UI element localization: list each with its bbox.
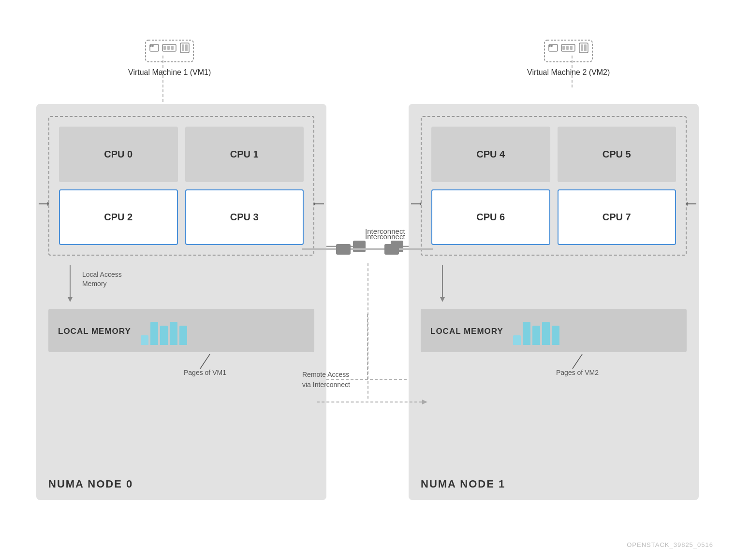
numa1-node-label: NUMA NODE 1 xyxy=(421,478,505,490)
svg-rect-34 xyxy=(163,46,166,50)
numa0-pages-label: Pages of VM1 xyxy=(184,369,226,376)
svg-line-57 xyxy=(200,354,210,369)
svg-point-32 xyxy=(152,45,154,47)
remote-access-vline xyxy=(368,263,368,399)
cpu4-box: CPU 4 xyxy=(431,127,550,182)
numa0-memory-label: LOCAL MEMORY xyxy=(58,327,131,336)
cpu1-box: CPU 1 xyxy=(185,127,304,182)
main-container: Local Access Memory Pages of VM1 Remote … xyxy=(0,0,735,560)
svg-point-42 xyxy=(549,45,551,47)
numa0-node-label: NUMA NODE 0 xyxy=(48,478,133,490)
numa1-pages-label: Pages of VM2 xyxy=(556,369,599,376)
svg-marker-52 xyxy=(47,202,49,206)
svg-rect-46 xyxy=(566,46,569,50)
cpu3-box: CPU 3 xyxy=(185,189,304,245)
cpu0-box: CPU 0 xyxy=(59,127,178,182)
numa-node-0: CPU 0 CPU 1 CPU 2 CPU 3 xyxy=(36,104,326,500)
svg-marker-65 xyxy=(422,400,427,404)
remote-access-label: Remote Accessvia Interconnect xyxy=(302,370,350,390)
cpu6-box: CPU 6 xyxy=(431,189,550,245)
svg-rect-50 xyxy=(584,44,587,51)
numa0-memory-bars xyxy=(141,318,187,345)
svg-rect-39 xyxy=(185,44,188,51)
svg-rect-37 xyxy=(180,43,189,53)
vm1-icon xyxy=(144,36,195,64)
numa0-memory: LOCAL MEMORY Pages of VM1 xyxy=(48,309,314,352)
interconnect-label: Interconnect xyxy=(365,227,405,235)
svg-point-31 xyxy=(150,45,152,47)
vm1-label: Virtual Machine 1 (VM1) xyxy=(128,68,211,77)
svg-marker-61 xyxy=(686,202,688,206)
numa-node-1: CPU 4 CPU 5 CPU 6 CPU 7 xyxy=(409,104,699,500)
vm2-label: Virtual Machine 2 (VM2) xyxy=(527,68,610,77)
vm2-icon xyxy=(543,36,594,64)
cpu2-box: CPU 2 xyxy=(59,189,178,245)
vm1-container: Virtual Machine 1 (VM1) xyxy=(128,36,211,77)
numa1-dashed-box: CPU 4 CPU 5 CPU 6 CPU 7 xyxy=(421,116,687,256)
svg-marker-63 xyxy=(440,297,445,302)
svg-line-64 xyxy=(573,354,582,369)
cpu7-box: CPU 7 xyxy=(558,189,676,245)
numa0-dashed-box: CPU 0 CPU 1 CPU 2 CPU 3 xyxy=(48,116,314,256)
watermark: OPENSTACK_39825_0516 xyxy=(627,541,713,548)
numa1-memory-label: LOCAL MEMORY xyxy=(430,327,503,336)
svg-rect-36 xyxy=(171,46,174,50)
numa1-memory: LOCAL MEMORY Pages of VM2 xyxy=(421,309,687,352)
svg-marker-54 xyxy=(313,202,315,206)
svg-rect-35 xyxy=(167,46,170,50)
svg-rect-47 xyxy=(570,46,573,50)
local-access-label: Local AccessMemory xyxy=(82,270,122,289)
numa1-memory-bars xyxy=(513,318,559,345)
svg-rect-49 xyxy=(581,44,583,51)
vm2-container: Virtual Machine 2 (VM2) xyxy=(527,36,610,77)
cpu5-box: CPU 5 xyxy=(558,127,676,182)
svg-point-43 xyxy=(551,45,553,47)
svg-marker-56 xyxy=(68,297,73,302)
svg-rect-45 xyxy=(562,46,565,50)
remote-access-line xyxy=(317,399,428,405)
svg-rect-38 xyxy=(182,44,184,51)
svg-rect-48 xyxy=(579,43,588,53)
interconnect-connector xyxy=(302,244,433,255)
svg-marker-59 xyxy=(420,202,422,206)
